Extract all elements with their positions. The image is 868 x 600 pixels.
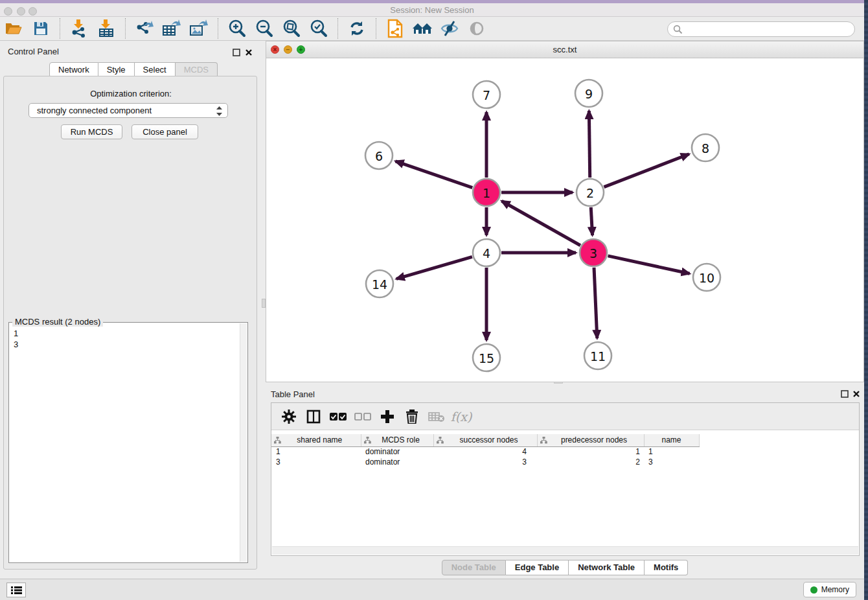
criterion-value: strongly connected component [37, 106, 152, 115]
table-row[interactable]: 1dominator411 [271, 446, 699, 457]
delete-column-icon[interactable] [402, 407, 422, 426]
zoom-out-icon[interactable] [253, 17, 275, 40]
graph-edge-4-14[interactable] [396, 257, 472, 279]
export-network-icon[interactable] [133, 17, 155, 40]
network-title: scc.txt [266, 45, 863, 54]
houses-icon[interactable] [411, 17, 433, 40]
export-table-icon[interactable] [161, 17, 183, 40]
network-canvas[interactable]: 7968124314101511 [266, 58, 863, 382]
column-header-shared-name[interactable]: shared name [271, 434, 361, 446]
export-image-icon[interactable] [188, 17, 210, 40]
table-cell[interactable]: 1 [271, 446, 361, 457]
tab-motifs[interactable]: Motifs [645, 560, 688, 575]
zoom-selected-icon[interactable] [308, 17, 330, 40]
table-cell[interactable]: 3 [644, 457, 699, 467]
add-column-icon[interactable] [378, 407, 397, 426]
graph-edge-2-3[interactable] [591, 207, 592, 235]
table-cell[interactable]: 3 [433, 457, 537, 467]
split-columns-icon[interactable] [304, 407, 323, 426]
table-cell[interactable]: 1 [644, 446, 699, 457]
select-all-checkboxes-icon[interactable] [328, 407, 348, 426]
eye-icon [466, 17, 488, 40]
toolbar-separator [218, 18, 218, 39]
app-window: Session: New Session [0, 0, 864, 600]
float-panel-icon[interactable] [233, 47, 240, 55]
memory-button[interactable]: Memory [803, 582, 856, 597]
mcds-result-box: MCDS result (2 nodes) 1 3 [8, 322, 248, 563]
table-hscrollbar[interactable] [272, 546, 858, 555]
graph-edge-2-9[interactable] [589, 111, 589, 178]
tab-edge-table[interactable]: Edge Table [506, 560, 569, 575]
table-toolbar: f(x) [271, 403, 859, 430]
table-cell[interactable]: 1 [537, 446, 644, 457]
graph-node-label: 15 [479, 351, 494, 365]
node-table-container: f(x) shared nameMCDS rolesuccessor nodes… [271, 402, 860, 556]
save-session-icon[interactable] [30, 17, 52, 40]
column-header-MCDS-role[interactable]: MCDS role [361, 434, 433, 446]
close-panel-icon[interactable] [245, 47, 253, 55]
table-cell[interactable]: 4 [433, 446, 537, 457]
deselect-all-checkboxes-icon[interactable] [353, 407, 372, 426]
float-table-panel-icon[interactable] [841, 389, 849, 397]
hide-eye-icon[interactable] [439, 17, 461, 40]
network-graph[interactable]: 7968124314101511 [266, 58, 863, 382]
memory-status-icon [810, 586, 817, 594]
function-builder-icon: f(x) [451, 407, 471, 426]
graph-node-label: 4 [483, 246, 490, 260]
zoom-in-icon[interactable] [226, 17, 248, 40]
table-cell[interactable]: dominator [361, 446, 433, 457]
column-header-label: MCDS role [371, 435, 431, 444]
column-header-label: name [647, 435, 696, 444]
criterion-select[interactable]: strongly connected component [29, 103, 228, 118]
table-cell[interactable]: dominator [361, 457, 433, 467]
toolbar-separator [376, 18, 376, 39]
column-header-name[interactable]: name [644, 434, 699, 446]
table-cell[interactable]: 3 [271, 457, 361, 467]
graph-node-label: 11 [590, 349, 606, 363]
toolbar-separator [337, 18, 338, 39]
table-cell[interactable]: 2 [537, 457, 644, 467]
window-titlebar: Session: New Session [0, 3, 864, 17]
table-row[interactable]: 3dominator323 [271, 457, 699, 467]
mcds-result-lines[interactable]: 1 3 [14, 328, 18, 350]
network-file-icon[interactable] [384, 17, 406, 40]
refresh-icon[interactable] [346, 17, 368, 40]
gear-icon[interactable] [279, 407, 299, 426]
network-window-titlebar[interactable]: × − + scc.txt [266, 41, 863, 58]
graph-edge-3-10[interactable] [608, 256, 689, 273]
optimization-criterion-label: Optimization criterion: [0, 89, 262, 98]
graph-node-label: 2 [586, 186, 594, 200]
tab-node-table[interactable]: Node Table [442, 560, 506, 575]
run-mcds-button[interactable]: Run MCDS [61, 124, 122, 139]
graph-edge-1-6[interactable] [396, 161, 473, 188]
graph-node-label: 6 [375, 149, 383, 163]
table-panel-title: Table Panel [271, 389, 315, 399]
import-network-icon[interactable] [68, 17, 90, 40]
graph-edge-2-8[interactable] [604, 154, 689, 187]
graph-node-label: 1 [483, 186, 490, 200]
tab-network-table[interactable]: Network Table [569, 560, 645, 575]
column-header-label: successor nodes [444, 435, 534, 444]
search-input[interactable] [667, 21, 855, 37]
table-tabs: Node Table Edge Table Network Table Moti… [266, 560, 864, 575]
zoom-fit-icon[interactable] [280, 17, 303, 40]
desktop-edge-right [864, 0, 868, 600]
hierarchy-icon [540, 437, 547, 444]
graph-edge-3-1[interactable] [502, 201, 580, 245]
graph-node-label: 9 [585, 87, 593, 101]
mcds-result-scrollbar[interactable] [240, 323, 247, 562]
column-header-predecessor-nodes[interactable]: predecessor nodes [537, 434, 644, 446]
close-panel-button[interactable]: Close panel [131, 124, 198, 139]
node-table[interactable]: shared nameMCDS rolesuccessor nodesprede… [271, 434, 700, 467]
hierarchy-icon [274, 437, 281, 444]
open-file-icon[interactable] [3, 17, 25, 40]
close-table-panel-icon[interactable] [852, 389, 860, 397]
list-icon [11, 586, 22, 595]
import-table-icon[interactable] [95, 17, 117, 40]
graph-edge-3-11[interactable] [594, 268, 597, 338]
search-icon [673, 25, 683, 34]
column-header-successor-nodes[interactable]: successor nodes [433, 434, 537, 446]
task-history-button[interactable] [6, 583, 26, 597]
graph-node-label: 3 [589, 246, 597, 260]
graph-node-label: 14 [372, 277, 387, 292]
